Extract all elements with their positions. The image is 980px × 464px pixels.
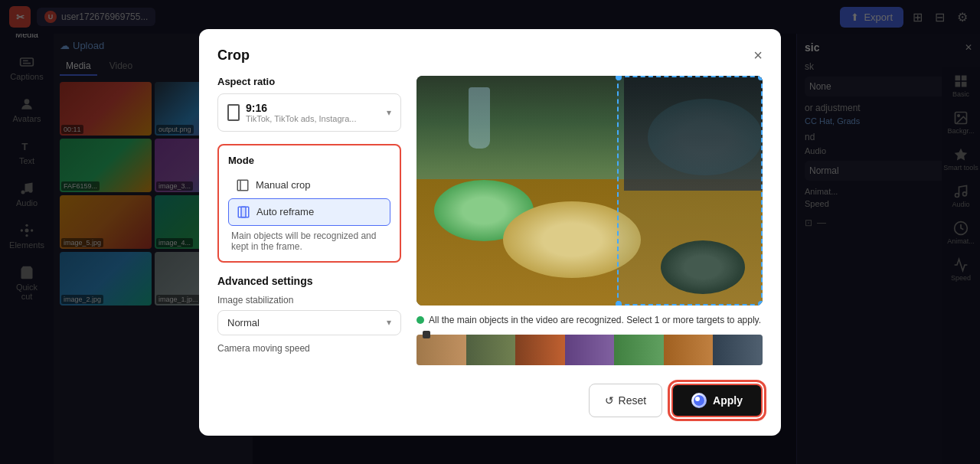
- svg-rect-29: [241, 207, 246, 217]
- mode-section: Mode Manual crop: [217, 144, 401, 263]
- timeline-strip[interactable]: [416, 335, 763, 365]
- status-message: All the main objects in the video are re…: [429, 315, 761, 325]
- auto-reframe-description: Main objects will be recognized and kept…: [228, 230, 390, 252]
- aspect-ratio-icon: [227, 104, 240, 121]
- timeline-seg-1: [416, 335, 466, 365]
- status-bar: All the main objects in the video are re…: [416, 315, 763, 325]
- modal-overlay: Crop × Aspect ratio 9:16 TikTok, TikTok …: [0, 0, 980, 464]
- image-stabilization-control: Image stabilization Normal ▾: [217, 295, 401, 335]
- modal-close-button[interactable]: ×: [753, 47, 763, 63]
- aspect-ratio-label: Aspect ratio: [217, 76, 401, 87]
- advanced-settings-section: Advanced settings Image stabilization No…: [217, 275, 401, 358]
- timeline-seg-7: [713, 335, 763, 365]
- wine-glass: [469, 87, 490, 149]
- aspect-ratio-section: Aspect ratio 9:16 TikTok, TikTok ads, In…: [217, 76, 401, 132]
- crop-modal: Crop × Aspect ratio 9:16 TikTok, TikTok …: [199, 29, 781, 436]
- mode-label: Mode: [228, 155, 390, 166]
- modal-body: Aspect ratio 9:16 TikTok, TikTok ads, In…: [217, 76, 763, 365]
- apply-button[interactable]: Apply: [671, 384, 763, 417]
- food-plate-3: [661, 240, 745, 294]
- auto-reframe-button[interactable]: Auto reframe: [228, 198, 390, 226]
- modal-title: Crop: [217, 47, 250, 64]
- timeline-seg-2: [466, 335, 516, 365]
- image-stabilization-label: Image stabilization: [217, 295, 401, 306]
- modal-settings-panel: Aspect ratio 9:16 TikTok, TikTok ads, In…: [217, 76, 401, 365]
- aspect-ratio-subtitle: TikTok, TikTok ads, Instagra...: [246, 114, 356, 123]
- reset-icon: ↺: [605, 394, 614, 407]
- advanced-settings-title: Advanced settings: [217, 275, 401, 287]
- modal-header: Crop ×: [217, 47, 763, 64]
- person-silhouette: [624, 76, 763, 191]
- timeline-area: [416, 335, 763, 365]
- apply-icon: [691, 393, 707, 408]
- preview-container: [416, 76, 763, 306]
- status-dot: [416, 316, 424, 324]
- timeline-seg-6: [664, 335, 714, 365]
- stabilization-chevron: ▾: [387, 317, 391, 328]
- food-plate-2: [503, 201, 641, 278]
- aspect-ratio-dropdown[interactable]: 9:16 TikTok, TikTok ads, Instagra... ▾: [217, 93, 401, 132]
- timeline-playhead: [423, 331, 430, 338]
- timeline-seg-3: [515, 335, 565, 365]
- reset-button[interactable]: ↺ Reset: [589, 384, 663, 417]
- timeline-seg-5: [614, 335, 664, 365]
- manual-crop-icon: [236, 178, 250, 192]
- modal-footer: ↺ Reset Apply: [217, 377, 763, 417]
- camera-speed-label: Camera moving speed: [217, 343, 401, 354]
- svg-rect-26: [237, 180, 248, 191]
- svg-point-31: [695, 397, 700, 401]
- aspect-ratio-chevron: ▾: [387, 107, 391, 118]
- image-stabilization-value: Normal: [227, 317, 260, 328]
- timeline-seg-4: [565, 335, 615, 365]
- modal-preview-panel: All the main objects in the video are re…: [416, 76, 763, 365]
- camera-speed-control: Camera moving speed: [217, 343, 401, 358]
- auto-reframe-icon: [237, 205, 250, 219]
- manual-crop-button[interactable]: Manual crop: [228, 172, 390, 198]
- aspect-ratio-value: 9:16: [246, 102, 356, 114]
- food-photo: [416, 76, 763, 306]
- image-stabilization-dropdown[interactable]: Normal ▾: [217, 310, 401, 335]
